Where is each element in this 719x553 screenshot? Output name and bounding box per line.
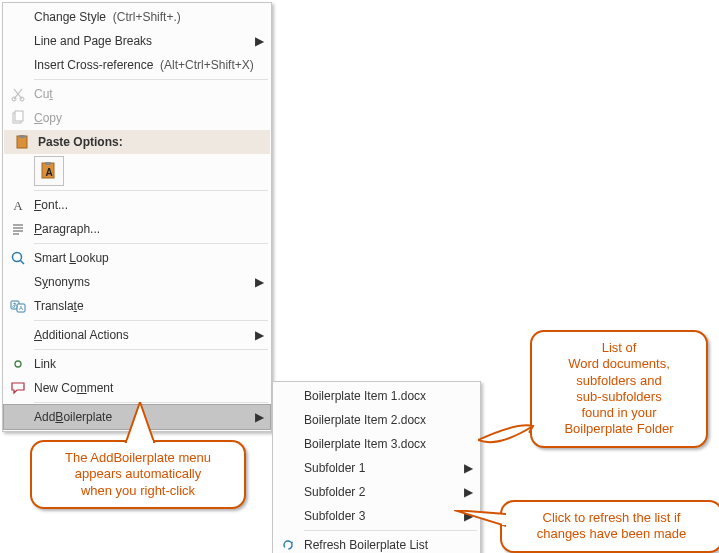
paste-option-row[interactable]: A [4, 154, 270, 188]
submenu-item-subfolder-3[interactable]: Subfolder 3 ▶ [274, 504, 479, 528]
menu-item-cut: Cut [4, 82, 270, 106]
copy-icon [6, 110, 30, 126]
svg-rect-5 [19, 135, 25, 138]
separator [34, 243, 268, 244]
paragraph-icon [6, 221, 30, 237]
chevron-right-icon: ▶ [461, 485, 473, 499]
separator [34, 320, 268, 321]
separator [34, 79, 268, 80]
menu-item-link[interactable]: Link [4, 352, 270, 376]
submenu-item-refresh[interactable]: Refresh Boilerplate List [274, 533, 479, 553]
chevron-right-icon: ▶ [252, 410, 264, 424]
callout-tail-icon [120, 402, 160, 444]
separator [34, 349, 268, 350]
scissors-icon [6, 86, 30, 102]
callout-list-explain: List of Word documents, subfolders and s… [530, 330, 708, 448]
submenu-item-subfolder-2[interactable]: Subfolder 2 ▶ [274, 480, 479, 504]
svg-text:A: A [19, 305, 23, 311]
smart-lookup-icon [6, 250, 30, 266]
menu-item-copy: Copy [4, 106, 270, 130]
menu-item-paragraph[interactable]: Paragraph... [4, 217, 270, 241]
svg-rect-7 [45, 162, 51, 165]
chevron-right-icon: ▶ [252, 34, 264, 48]
context-menu[interactable]: Change Style (Ctrl+Shift+.) Line and Pag… [2, 2, 272, 432]
menu-item-change-style[interactable]: Change Style (Ctrl+Shift+.) [4, 5, 270, 29]
comment-icon [6, 380, 30, 396]
menu-item-font[interactable]: A Font... [4, 193, 270, 217]
menu-item-smart-lookup[interactable]: Smart Lookup [4, 246, 270, 270]
link-icon [6, 356, 30, 372]
menu-item-additional-actions[interactable]: Additional Actions ▶ [4, 323, 270, 347]
chevron-right-icon: ▶ [252, 275, 264, 289]
menu-item-new-comment[interactable]: New Comment [4, 376, 270, 400]
submenu-item-boilerplate-2[interactable]: Boilerplate Item 2.docx [274, 408, 479, 432]
callout-refresh-explain: Click to refresh the list if changes hav… [500, 500, 719, 553]
svg-text:あ: あ [12, 302, 18, 309]
separator [34, 190, 268, 191]
chevron-right-icon: ▶ [252, 328, 264, 342]
chevron-right-icon: ▶ [461, 461, 473, 475]
paste-icon [10, 134, 34, 150]
svg-text:A: A [45, 167, 52, 178]
menu-item-synonyms[interactable]: Synonyms ▶ [4, 270, 270, 294]
paste-keep-text-icon[interactable]: A [34, 156, 64, 186]
svg-point-10 [13, 253, 22, 262]
svg-text:A: A [13, 198, 23, 213]
menu-item-line-page-breaks[interactable]: Line and Page Breaks ▶ [4, 29, 270, 53]
submenu-item-subfolder-1[interactable]: Subfolder 1 ▶ [274, 456, 479, 480]
callout-addboilerplate-explain: The AddBoilerplate menu appears automati… [30, 440, 246, 509]
font-a-icon: A [6, 197, 30, 213]
callout-tail-icon [478, 420, 538, 450]
menu-item-translate[interactable]: あA Translate [4, 294, 270, 318]
submenu-item-boilerplate-1[interactable]: Boilerplate Item 1.docx [274, 384, 479, 408]
menu-heading-paste-options: Paste Options: [4, 130, 270, 154]
menu-item-cross-reference[interactable]: Insert Cross-reference (Alt+Ctrl+Shift+X… [4, 53, 270, 77]
translate-icon: あA [6, 298, 30, 314]
separator [304, 530, 477, 531]
callout-tail-icon [454, 510, 506, 530]
boilerplate-submenu[interactable]: Boilerplate Item 1.docx Boilerplate Item… [272, 381, 481, 553]
svg-rect-3 [15, 111, 23, 121]
svg-line-11 [21, 261, 25, 265]
refresh-icon [276, 537, 300, 553]
submenu-item-boilerplate-3[interactable]: Boilerplate Item 3.docx [274, 432, 479, 456]
